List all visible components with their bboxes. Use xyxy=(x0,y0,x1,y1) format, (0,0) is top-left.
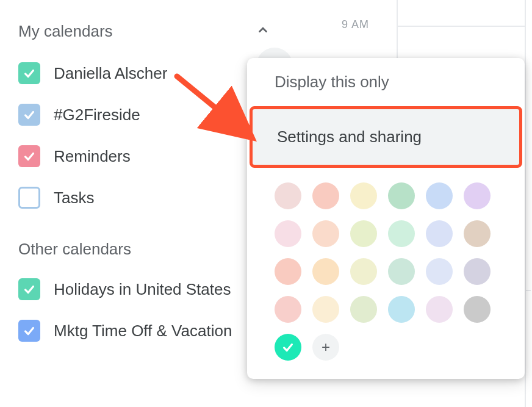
color-swatch[interactable] xyxy=(388,182,415,209)
color-swatch[interactable] xyxy=(426,258,453,285)
checkbox-icon[interactable] xyxy=(18,62,40,84)
calendar-label: Tasks xyxy=(54,189,94,207)
color-swatch[interactable] xyxy=(388,296,415,323)
menu-item-display-only[interactable]: Display this only xyxy=(247,58,525,106)
color-swatch[interactable] xyxy=(350,258,377,285)
color-swatch[interactable] xyxy=(275,182,301,209)
calendar-item-mktg[interactable]: Mktg Time Off & Vacation xyxy=(18,320,275,342)
color-swatch[interactable] xyxy=(312,258,339,285)
my-calendars-header: My calendars xyxy=(18,18,275,44)
color-swatch-selected[interactable] xyxy=(275,334,301,361)
color-swatch[interactable] xyxy=(464,220,491,247)
calendar-label: Mktg Time Off & Vacation xyxy=(54,322,232,340)
color-swatch[interactable] xyxy=(350,296,377,323)
calendar-label: #G2Fireside xyxy=(54,106,140,124)
grid-line xyxy=(525,0,526,407)
grid-line xyxy=(397,26,525,27)
menu-item-settings-sharing[interactable]: Settings and sharing xyxy=(250,106,522,168)
checkbox-icon[interactable] xyxy=(18,187,40,209)
checkbox-icon[interactable] xyxy=(18,145,40,167)
my-calendars-title: My calendars xyxy=(18,22,113,41)
color-swatch[interactable] xyxy=(275,220,301,247)
color-swatch[interactable] xyxy=(275,296,301,323)
color-swatch[interactable] xyxy=(388,220,415,247)
color-swatch[interactable] xyxy=(464,258,491,285)
calendar-label: Daniella Alscher xyxy=(54,64,167,83)
color-swatch[interactable] xyxy=(426,296,453,323)
color-swatch[interactable] xyxy=(312,220,339,247)
calendar-item-tasks[interactable]: Tasks xyxy=(18,187,275,209)
color-swatch[interactable] xyxy=(388,258,415,285)
color-swatch[interactable] xyxy=(312,182,339,209)
time-label: 9 AM xyxy=(342,18,369,31)
color-swatch[interactable] xyxy=(464,296,491,323)
calendar-label: Holidays in United States xyxy=(54,280,231,299)
calendar-item-holidays[interactable]: Holidays in United States xyxy=(18,278,275,300)
color-picker-grid: + xyxy=(247,168,525,361)
color-swatch[interactable] xyxy=(426,220,453,247)
calendar-sidebar: My calendars Daniella Alscher #G2Firesid… xyxy=(18,18,275,361)
calendar-item-daniella[interactable]: Daniella Alscher xyxy=(18,62,275,84)
other-calendars-header: Other calendars + xyxy=(18,238,275,260)
calendar-item-reminders[interactable]: Reminders xyxy=(18,145,275,167)
add-custom-color-button[interactable]: + xyxy=(312,334,339,361)
color-swatch[interactable] xyxy=(426,182,453,209)
color-swatch[interactable] xyxy=(312,296,339,323)
checkbox-icon[interactable] xyxy=(18,104,40,126)
checkbox-icon[interactable] xyxy=(18,278,40,300)
color-swatch[interactable] xyxy=(464,182,491,209)
color-swatch[interactable] xyxy=(350,220,377,247)
calendar-options-popup: Display this only Settings and sharing xyxy=(247,58,525,379)
color-swatch[interactable] xyxy=(275,258,301,285)
my-calendars-list: Daniella Alscher #G2Fireside Reminders T… xyxy=(18,62,275,209)
other-calendars-title: Other calendars xyxy=(18,240,131,259)
chevron-up-icon[interactable] xyxy=(251,18,275,44)
grid-line xyxy=(397,0,398,58)
checkbox-icon[interactable] xyxy=(18,320,40,342)
calendar-label: Reminders xyxy=(54,147,131,166)
other-calendars-list: Holidays in United States Mktg Time Off … xyxy=(18,278,275,342)
calendar-item-g2fireside[interactable]: #G2Fireside xyxy=(18,104,275,126)
color-swatch[interactable] xyxy=(350,182,377,209)
